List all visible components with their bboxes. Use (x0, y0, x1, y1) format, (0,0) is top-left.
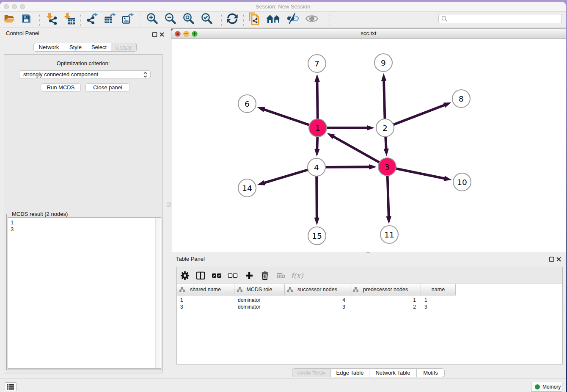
zoom-selected-icon (201, 12, 213, 25)
memory-label: Memory (542, 384, 561, 390)
column-type-icon (287, 287, 293, 292)
table-cell[interactable]: 3 (177, 304, 234, 310)
export-table-icon (104, 13, 116, 25)
tab-select[interactable]: Select (87, 43, 111, 52)
column-type-icon (353, 287, 358, 292)
checked-boxes-icon (212, 273, 222, 278)
result-scrollbar[interactable] (155, 218, 160, 368)
deselect-all-rows-button[interactable] (228, 273, 238, 278)
open-session-button[interactable] (4, 14, 15, 23)
table-toolbar: f(x) (177, 267, 562, 284)
tab-network-table[interactable]: Network Table (369, 368, 417, 377)
mcds-result-lines: 1 3 (8, 218, 161, 233)
zoom-in-button[interactable] (146, 12, 159, 25)
function-builder-button[interactable]: f(x) (291, 271, 303, 280)
automation-panel-button[interactable] (5, 382, 17, 391)
tab-mcds[interactable]: MCDS (111, 43, 137, 52)
criterion-value: strongly connected component (23, 71, 98, 77)
zoom-selected-button[interactable] (201, 12, 213, 25)
graph-edge[interactable] (317, 176, 317, 218)
table-cell[interactable]: dominator (234, 304, 285, 310)
search-field[interactable] (438, 14, 562, 23)
table-cell[interactable]: 1 (421, 297, 456, 304)
close-panel-button[interactable]: Close panel (85, 83, 130, 91)
table-cell[interactable]: dominator (234, 297, 285, 304)
create-column-button[interactable] (245, 272, 253, 279)
column-header-0[interactable]: shared name (177, 284, 234, 295)
close-table-panel-icon[interactable] (556, 256, 561, 262)
mcds-result-box[interactable]: 1 3 (8, 217, 161, 369)
delete-column-button[interactable] (261, 271, 269, 280)
table-cell[interactable]: 3 (421, 304, 456, 310)
import-table-button[interactable] (63, 13, 75, 25)
graph-edge[interactable] (394, 105, 445, 125)
graph-edge-arrowhead (367, 125, 374, 130)
table-cell[interactable]: 2 (350, 304, 421, 310)
apply-layout-button[interactable] (226, 13, 238, 25)
tab-node-table[interactable]: Node Table (292, 368, 331, 377)
table-cell[interactable]: 3 (285, 304, 350, 310)
network-from-selection-button[interactable] (248, 12, 261, 25)
graph-node-label: 3 (385, 163, 390, 171)
zoom-out-button[interactable] (164, 12, 177, 25)
graph-edge[interactable] (396, 168, 445, 179)
graph-edge-arrowhead (386, 216, 391, 224)
first-neighbors-button[interactable] (266, 14, 281, 24)
save-session-button[interactable] (21, 14, 31, 24)
tab-style[interactable]: Style (64, 43, 87, 52)
refresh-icon (226, 13, 238, 25)
network-window-titlebar[interactable]: scc.txt (171, 29, 566, 39)
toolbar-separator (330, 14, 330, 26)
select-all-rows-button[interactable] (212, 273, 222, 278)
graph-edge[interactable] (317, 137, 317, 150)
graph-edge[interactable] (264, 109, 309, 125)
float-table-panel-icon[interactable] (549, 256, 554, 262)
graph-node-label: 6 (245, 99, 250, 108)
criterion-select[interactable]: strongly connected component (19, 70, 151, 78)
network-window-title: scc.txt (171, 29, 566, 39)
graph-edge-arrowhead (369, 164, 377, 169)
graph-edge[interactable] (385, 137, 386, 149)
column-header-3[interactable]: predecessor nodes (350, 284, 421, 295)
table-cell[interactable]: 4 (285, 297, 350, 304)
column-header-2[interactable]: successor nodes (285, 284, 350, 295)
show-all-button[interactable] (306, 14, 319, 24)
column-header-4[interactable]: name (421, 284, 456, 295)
graph-edge[interactable] (264, 170, 308, 183)
graph-edge[interactable] (384, 80, 385, 119)
table-cell[interactable]: 1 (350, 297, 421, 304)
search-icon (441, 16, 448, 22)
column-header-1[interactable]: MCDS role (234, 284, 285, 295)
zoom-fit-button[interactable] (182, 12, 195, 25)
table-settings-button[interactable] (181, 271, 190, 280)
export-network-button[interactable] (86, 13, 98, 25)
hide-selected-button[interactable] (286, 13, 300, 25)
tab-motifs[interactable]: Motifs (417, 368, 445, 377)
import-network-button[interactable] (46, 13, 58, 25)
column-header-label: shared name (190, 287, 221, 293)
graph-edge[interactable] (317, 81, 318, 119)
delete-table-button[interactable] (277, 273, 286, 279)
run-mcds-button[interactable]: Run MCDS (41, 83, 81, 91)
table-row[interactable]: 1dominator411 (177, 297, 456, 304)
memory-button[interactable]: Memory (531, 382, 562, 392)
vertical-splitter-handle[interactable] (167, 202, 171, 207)
table-row[interactable]: 3dominator323 (177, 304, 456, 310)
graph-edge[interactable] (325, 167, 370, 167)
graph-node-label: 14 (242, 184, 252, 193)
graph-edge[interactable] (388, 176, 389, 217)
show-columns-button[interactable] (196, 272, 205, 280)
table-cell[interactable]: 1 (177, 297, 234, 304)
network-canvas[interactable]: 7968124314101511 (171, 39, 566, 252)
graph-edge[interactable] (333, 136, 380, 163)
close-panel-icon[interactable] (159, 31, 165, 37)
export-image-button[interactable] (122, 13, 134, 25)
tab-edge-table[interactable]: Edge Table (331, 368, 369, 377)
tab-network[interactable]: Network (33, 43, 64, 52)
export-table-button[interactable] (104, 13, 116, 25)
graph-node-label: 10 (457, 178, 467, 187)
memory-status-icon (535, 384, 540, 389)
float-panel-icon[interactable] (152, 31, 157, 37)
search-input[interactable] (449, 16, 561, 22)
window-titlebar[interactable]: Session: New Session (0, 2, 566, 12)
